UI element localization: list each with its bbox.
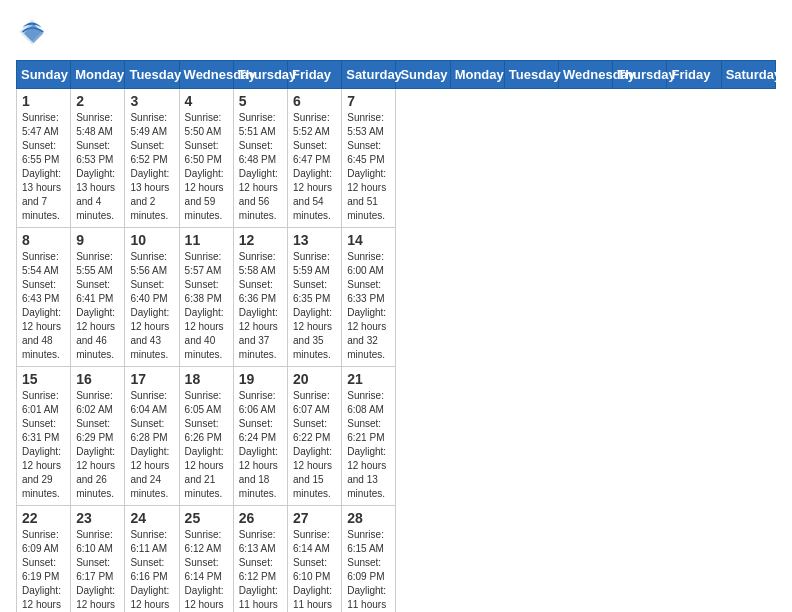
day-number: 11 (185, 232, 228, 248)
calendar-cell: 2 Sunrise: 5:48 AMSunset: 6:53 PMDayligh… (71, 89, 125, 228)
calendar-cell: 27 Sunrise: 6:14 AMSunset: 6:10 PMDaylig… (288, 506, 342, 613)
cell-info: Sunrise: 6:12 AMSunset: 6:14 PMDaylight:… (185, 528, 228, 612)
calendar-cell: 5 Sunrise: 5:51 AMSunset: 6:48 PMDayligh… (233, 89, 287, 228)
day-number: 3 (130, 93, 173, 109)
cell-info: Sunrise: 6:11 AMSunset: 6:16 PMDaylight:… (130, 528, 173, 612)
calendar-week-row: 15 Sunrise: 6:01 AMSunset: 6:31 PMDaylig… (17, 367, 776, 506)
calendar-cell: 14 Sunrise: 6:00 AMSunset: 6:33 PMDaylig… (342, 228, 396, 367)
cell-info: Sunrise: 5:52 AMSunset: 6:47 PMDaylight:… (293, 111, 336, 223)
calendar-cell: 28 Sunrise: 6:15 AMSunset: 6:09 PMDaylig… (342, 506, 396, 613)
page-header (16, 16, 776, 48)
day-number: 25 (185, 510, 228, 526)
cell-info: Sunrise: 5:55 AMSunset: 6:41 PMDaylight:… (76, 250, 119, 362)
calendar-cell: 17 Sunrise: 6:04 AMSunset: 6:28 PMDaylig… (125, 367, 179, 506)
calendar-cell: 18 Sunrise: 6:05 AMSunset: 6:26 PMDaylig… (179, 367, 233, 506)
calendar-cell: 21 Sunrise: 6:08 AMSunset: 6:21 PMDaylig… (342, 367, 396, 506)
cell-info: Sunrise: 6:10 AMSunset: 6:17 PMDaylight:… (76, 528, 119, 612)
day-number: 17 (130, 371, 173, 387)
calendar-cell: 22 Sunrise: 6:09 AMSunset: 6:19 PMDaylig… (17, 506, 71, 613)
day-number: 10 (130, 232, 173, 248)
day-number: 21 (347, 371, 390, 387)
day-number: 27 (293, 510, 336, 526)
cell-info: Sunrise: 6:13 AMSunset: 6:12 PMDaylight:… (239, 528, 282, 612)
day-number: 5 (239, 93, 282, 109)
calendar-cell: 13 Sunrise: 5:59 AMSunset: 6:35 PMDaylig… (288, 228, 342, 367)
column-header-wednesday: Wednesday (179, 61, 233, 89)
day-number: 19 (239, 371, 282, 387)
day-number: 28 (347, 510, 390, 526)
day-number: 9 (76, 232, 119, 248)
calendar-week-row: 22 Sunrise: 6:09 AMSunset: 6:19 PMDaylig… (17, 506, 776, 613)
day-number: 26 (239, 510, 282, 526)
day-number: 14 (347, 232, 390, 248)
calendar-week-row: 1 Sunrise: 5:47 AMSunset: 6:55 PMDayligh… (17, 89, 776, 228)
cell-info: Sunrise: 5:58 AMSunset: 6:36 PMDaylight:… (239, 250, 282, 362)
calendar-cell: 3 Sunrise: 5:49 AMSunset: 6:52 PMDayligh… (125, 89, 179, 228)
logo-icon (16, 16, 48, 48)
cell-info: Sunrise: 6:05 AMSunset: 6:26 PMDaylight:… (185, 389, 228, 501)
day-number: 8 (22, 232, 65, 248)
day-number: 1 (22, 93, 65, 109)
cell-info: Sunrise: 5:48 AMSunset: 6:53 PMDaylight:… (76, 111, 119, 223)
calendar-cell: 8 Sunrise: 5:54 AMSunset: 6:43 PMDayligh… (17, 228, 71, 367)
day-number: 20 (293, 371, 336, 387)
cell-info: Sunrise: 6:01 AMSunset: 6:31 PMDaylight:… (22, 389, 65, 501)
cell-info: Sunrise: 5:53 AMSunset: 6:45 PMDaylight:… (347, 111, 390, 223)
calendar-cell: 10 Sunrise: 5:56 AMSunset: 6:40 PMDaylig… (125, 228, 179, 367)
day-number: 23 (76, 510, 119, 526)
cell-info: Sunrise: 5:50 AMSunset: 6:50 PMDaylight:… (185, 111, 228, 223)
day-number: 13 (293, 232, 336, 248)
cell-info: Sunrise: 6:02 AMSunset: 6:29 PMDaylight:… (76, 389, 119, 501)
calendar-cell: 11 Sunrise: 5:57 AMSunset: 6:38 PMDaylig… (179, 228, 233, 367)
cell-info: Sunrise: 6:04 AMSunset: 6:28 PMDaylight:… (130, 389, 173, 501)
cell-info: Sunrise: 6:09 AMSunset: 6:19 PMDaylight:… (22, 528, 65, 612)
cell-info: Sunrise: 5:47 AMSunset: 6:55 PMDaylight:… (22, 111, 65, 223)
column-header-saturday: Saturday (342, 61, 396, 89)
cell-info: Sunrise: 5:57 AMSunset: 6:38 PMDaylight:… (185, 250, 228, 362)
cell-info: Sunrise: 5:51 AMSunset: 6:48 PMDaylight:… (239, 111, 282, 223)
day-number: 16 (76, 371, 119, 387)
calendar-week-row: 8 Sunrise: 5:54 AMSunset: 6:43 PMDayligh… (17, 228, 776, 367)
calendar-header-row: SundayMondayTuesdayWednesdayThursdayFrid… (17, 61, 776, 89)
col-header-friday: Friday (667, 61, 721, 89)
logo (16, 16, 54, 48)
calendar-cell: 25 Sunrise: 6:12 AMSunset: 6:14 PMDaylig… (179, 506, 233, 613)
cell-info: Sunrise: 5:54 AMSunset: 6:43 PMDaylight:… (22, 250, 65, 362)
calendar-cell: 15 Sunrise: 6:01 AMSunset: 6:31 PMDaylig… (17, 367, 71, 506)
column-header-thursday: Thursday (233, 61, 287, 89)
column-header-monday: Monday (71, 61, 125, 89)
calendar-cell: 24 Sunrise: 6:11 AMSunset: 6:16 PMDaylig… (125, 506, 179, 613)
column-header-sunday: Sunday (17, 61, 71, 89)
calendar-cell: 6 Sunrise: 5:52 AMSunset: 6:47 PMDayligh… (288, 89, 342, 228)
cell-info: Sunrise: 6:08 AMSunset: 6:21 PMDaylight:… (347, 389, 390, 501)
cell-info: Sunrise: 6:06 AMSunset: 6:24 PMDaylight:… (239, 389, 282, 501)
col-header-thursday: Thursday (613, 61, 667, 89)
cell-info: Sunrise: 6:07 AMSunset: 6:22 PMDaylight:… (293, 389, 336, 501)
day-number: 18 (185, 371, 228, 387)
calendar-cell: 7 Sunrise: 5:53 AMSunset: 6:45 PMDayligh… (342, 89, 396, 228)
column-header-friday: Friday (288, 61, 342, 89)
calendar-cell: 23 Sunrise: 6:10 AMSunset: 6:17 PMDaylig… (71, 506, 125, 613)
day-number: 24 (130, 510, 173, 526)
cell-info: Sunrise: 5:59 AMSunset: 6:35 PMDaylight:… (293, 250, 336, 362)
day-number: 7 (347, 93, 390, 109)
col-header-wednesday: Wednesday (559, 61, 613, 89)
calendar-cell: 16 Sunrise: 6:02 AMSunset: 6:29 PMDaylig… (71, 367, 125, 506)
col-header-monday: Monday (450, 61, 504, 89)
day-number: 4 (185, 93, 228, 109)
cell-info: Sunrise: 6:14 AMSunset: 6:10 PMDaylight:… (293, 528, 336, 612)
calendar-cell: 20 Sunrise: 6:07 AMSunset: 6:22 PMDaylig… (288, 367, 342, 506)
col-header-sunday: Sunday (396, 61, 450, 89)
day-number: 6 (293, 93, 336, 109)
cell-info: Sunrise: 6:15 AMSunset: 6:09 PMDaylight:… (347, 528, 390, 612)
calendar-cell: 26 Sunrise: 6:13 AMSunset: 6:12 PMDaylig… (233, 506, 287, 613)
calendar-cell: 1 Sunrise: 5:47 AMSunset: 6:55 PMDayligh… (17, 89, 71, 228)
cell-info: Sunrise: 6:00 AMSunset: 6:33 PMDaylight:… (347, 250, 390, 362)
cell-info: Sunrise: 5:56 AMSunset: 6:40 PMDaylight:… (130, 250, 173, 362)
day-number: 22 (22, 510, 65, 526)
calendar-cell: 12 Sunrise: 5:58 AMSunset: 6:36 PMDaylig… (233, 228, 287, 367)
column-header-tuesday: Tuesday (125, 61, 179, 89)
calendar-cell: 4 Sunrise: 5:50 AMSunset: 6:50 PMDayligh… (179, 89, 233, 228)
calendar-cell: 19 Sunrise: 6:06 AMSunset: 6:24 PMDaylig… (233, 367, 287, 506)
calendar-cell: 9 Sunrise: 5:55 AMSunset: 6:41 PMDayligh… (71, 228, 125, 367)
